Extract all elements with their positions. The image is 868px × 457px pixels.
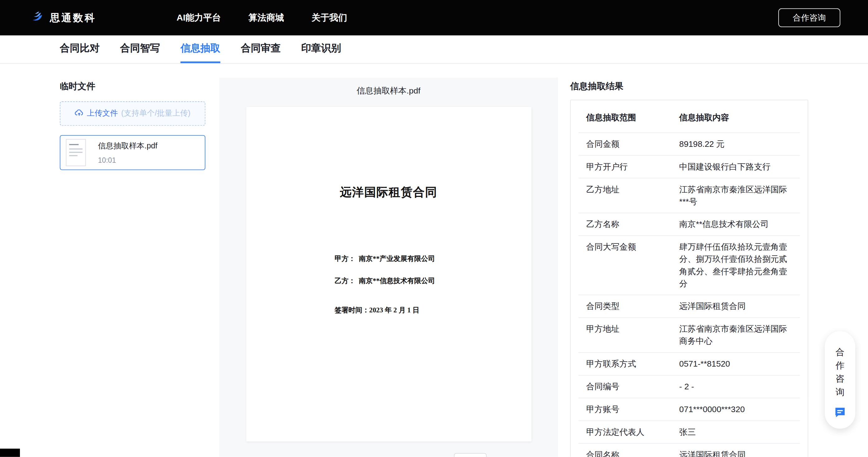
- row-field: 甲方法定代表人: [586, 426, 680, 438]
- table-row: 乙方名称 南京**信息技术有限公司: [579, 213, 800, 236]
- table-row: 合同类型 远洋国际租赁合同: [579, 295, 800, 318]
- tab-contract-compare[interactable]: 合同比对: [60, 35, 100, 63]
- row-field: 甲方开户行: [586, 161, 680, 173]
- row-value: 远洋国际租赁合同: [679, 449, 793, 457]
- table-row: 合同名称 远洋国际租赁合同: [579, 444, 800, 457]
- row-value: 0571-**81520: [679, 358, 793, 370]
- results-title: 信息抽取结果: [570, 81, 808, 92]
- upload-label: 上传文件: [87, 109, 118, 118]
- tab-contract-review[interactable]: 合同审查: [241, 35, 281, 63]
- results-table: 信息抽取范围 信息抽取内容 合同金额 89198.22 元 甲方开户行 中国建设…: [570, 100, 808, 457]
- pdf-preview-panel: 信息抽取样本.pdf 远洋国际租赁合同 甲方： 南京**产业发展有限公司 乙方：…: [219, 78, 558, 457]
- file-meta: 信息抽取样本.pdf 10:01: [98, 141, 157, 164]
- contract-title: 远洋国际租赁合同: [268, 184, 509, 201]
- nav-item-algo-market[interactable]: 算法商城: [249, 12, 284, 23]
- row-value: 071***0000***320: [679, 403, 793, 416]
- file-name: 信息抽取样本.pdf: [98, 141, 157, 151]
- temp-files-panel: 临时文件 上传文件 (支持单个/批量上传) 信息抽取样本.pdf 10:01: [60, 64, 205, 170]
- file-thumbnail: [60, 136, 92, 169]
- nav-item-ai-platform[interactable]: AI能力平台: [177, 12, 221, 23]
- header-field: 信息抽取范围: [586, 111, 680, 123]
- nav-item-about-us[interactable]: 关于我们: [312, 12, 347, 23]
- header-value: 信息抽取内容: [679, 111, 793, 123]
- page: 思通数科 AI能力平台 算法商城 关于我们 合作咨询 合同比对 合同智写 信息抽…: [0, 0, 868, 457]
- row-field: 甲方联系方式: [586, 358, 680, 370]
- row-field: 乙方地址: [586, 183, 680, 196]
- row-field: 合同编号: [586, 381, 680, 393]
- table-row: 甲方联系方式 0571-**81520: [579, 353, 800, 376]
- top-navbar: 思通数科 AI能力平台 算法商城 关于我们 合作咨询: [0, 0, 868, 35]
- table-row: 合同编号 - 2 -: [579, 376, 800, 398]
- floating-consult-label: 合作咨询: [835, 346, 845, 399]
- contract-sign-date: 签署时间：2023 年 2 月 1 日: [335, 306, 509, 315]
- row-value: 中国建设银行白下路支行: [679, 161, 793, 173]
- row-value: 远洋国际租赁合同: [679, 300, 793, 312]
- table-row: 乙方地址 江苏省南京市秦淮区远洋国际***号: [579, 178, 800, 213]
- feature-tabbar: 合同比对 合同智写 信息抽取 合同审查 印章识别: [0, 35, 868, 64]
- temp-files-title: 临时文件: [60, 81, 205, 92]
- table-row: 甲方账号 071***0000***320: [579, 398, 800, 421]
- table-row: 合同大写金额 肆万肆仟伍佰玖拾玖元壹角壹分、捌万玖仟壹佰玖拾捌元贰角贰分、叁仟零…: [579, 236, 800, 295]
- table-row: 合同金额 89198.22 元: [579, 133, 800, 155]
- file-time: 10:01: [98, 156, 157, 164]
- row-field: 合同金额: [586, 138, 680, 150]
- file-list-item-selected[interactable]: 信息抽取样本.pdf 10:01: [60, 135, 205, 170]
- row-field: 合同名称: [586, 449, 680, 457]
- row-value: 张三: [679, 426, 793, 438]
- row-value: 江苏省南京市秦淮区远洋国际商务中心: [679, 323, 793, 347]
- tab-seal-recognition[interactable]: 印章识别: [301, 35, 341, 63]
- row-value: 89198.22 元: [679, 138, 793, 150]
- row-field: 合同大写金额: [586, 241, 680, 253]
- pdf-page: 远洋国际租赁合同 甲方： 南京**产业发展有限公司 乙方： 南京**信息技术有限…: [246, 107, 531, 441]
- row-value: - 2 -: [679, 381, 793, 393]
- row-value: 江苏省南京市秦淮区远洋国际***号: [679, 183, 793, 208]
- preview-pagination-partial[interactable]: [454, 453, 487, 457]
- contract-party-a: 甲方： 南京**产业发展有限公司: [335, 254, 509, 264]
- chat-bubble-icon[interactable]: [833, 405, 847, 422]
- brand-logo-icon: [31, 9, 45, 26]
- row-value: 南京**信息技术有限公司: [679, 218, 793, 230]
- table-row: 甲方地址 江苏省南京市秦淮区远洋国际商务中心: [579, 318, 800, 353]
- contract-party-b: 乙方： 南京**信息技术有限公司: [335, 277, 509, 286]
- row-field: 甲方地址: [586, 323, 680, 335]
- table-row: 甲方开户行 中国建设银行白下路支行: [579, 155, 800, 178]
- bottom-left-artifact: [0, 449, 20, 457]
- navbar-links: AI能力平台 算法商城 关于我们: [177, 12, 347, 23]
- preview-file-title: 信息抽取样本.pdf: [219, 78, 558, 96]
- upload-hint: (支持单个/批量上传): [121, 109, 190, 118]
- row-value: 肆万肆仟伍佰玖拾玖元壹角壹分、捌万玖仟壹佰玖拾捌元贰角贰分、叁仟零肆拾元叁角壹分: [679, 241, 793, 290]
- row-field: 合同类型: [586, 300, 680, 312]
- brand-name: 思通数科: [50, 11, 96, 25]
- floating-consult-widget[interactable]: 合作咨询: [825, 332, 855, 429]
- row-field: 乙方名称: [586, 218, 680, 230]
- tab-contract-smartwrite[interactable]: 合同智写: [120, 35, 160, 63]
- upload-file-button[interactable]: 上传文件 (支持单个/批量上传): [60, 101, 205, 125]
- upload-cloud-icon: [75, 108, 84, 119]
- table-header-row: 信息抽取范围 信息抽取内容: [579, 101, 800, 133]
- row-field: 甲方账号: [586, 403, 680, 416]
- brand[interactable]: 思通数科: [31, 9, 96, 26]
- tab-info-extraction[interactable]: 信息抽取: [180, 35, 220, 63]
- extraction-results-panel: 信息抽取结果 信息抽取范围 信息抽取内容 合同金额 89198.22 元 甲方开…: [570, 64, 808, 457]
- table-row: 甲方法定代表人 张三: [579, 421, 800, 444]
- consult-button[interactable]: 合作咨询: [778, 8, 840, 27]
